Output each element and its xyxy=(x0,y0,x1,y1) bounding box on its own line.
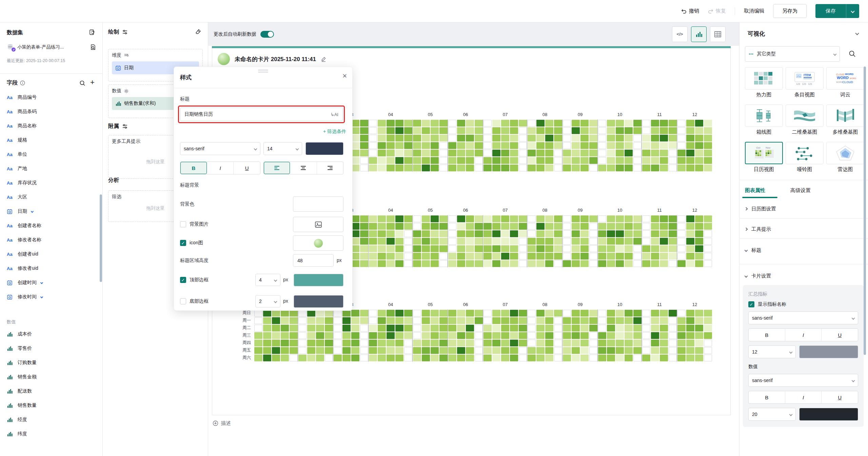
calendar-day-cell[interactable] xyxy=(360,245,368,252)
calendar-day-cell[interactable] xyxy=(272,310,280,317)
calendar-day-cell[interactable] xyxy=(660,325,668,331)
calendar-day-cell[interactable] xyxy=(316,355,324,361)
calendar-day-cell[interactable] xyxy=(413,340,421,346)
calendar-day-cell[interactable] xyxy=(686,355,694,361)
calendar-day-cell[interactable] xyxy=(387,120,395,127)
calendar-day-cell[interactable] xyxy=(536,245,545,252)
calendar-day-cell[interactable] xyxy=(360,347,368,354)
chevron-down-icon[interactable] xyxy=(40,296,43,298)
calendar-day-cell[interactable] xyxy=(651,127,659,134)
calendar-day-cell[interactable] xyxy=(395,223,403,230)
calendar-day-cell[interactable] xyxy=(395,340,403,346)
calendar-day-cell[interactable] xyxy=(528,223,536,230)
calendar-day-cell[interactable] xyxy=(528,238,536,245)
calendar-day-cell[interactable] xyxy=(642,355,650,361)
calendar-day-cell[interactable] xyxy=(254,355,262,361)
calendar-day-cell[interactable] xyxy=(598,310,606,317)
calendar-day-cell[interactable] xyxy=(501,347,509,354)
calendar-day-cell[interactable] xyxy=(298,340,307,346)
calendar-day-cell[interactable] xyxy=(519,253,527,260)
calendar-day-cell[interactable] xyxy=(651,245,659,252)
calendar-day-cell[interactable] xyxy=(704,347,712,354)
calendar-day-cell[interactable] xyxy=(466,245,474,252)
calendar-day-cell[interactable] xyxy=(272,325,280,331)
calendar-day-cell[interactable] xyxy=(642,142,650,149)
calendar-day-cell[interactable] xyxy=(572,355,580,361)
field-item[interactable]: 修改时间 xyxy=(0,290,103,304)
calendar-day-cell[interactable] xyxy=(387,325,395,331)
calendar-day-cell[interactable] xyxy=(272,332,280,339)
calendar-day-cell[interactable] xyxy=(422,317,430,324)
calendar-day-cell[interactable] xyxy=(633,260,642,267)
calendar-day-cell[interactable] xyxy=(554,317,562,324)
calendar-day-cell[interactable] xyxy=(536,120,545,127)
calendar-day-cell[interactable] xyxy=(616,260,624,267)
calendar-day-cell[interactable] xyxy=(572,127,580,134)
calendar-day-cell[interactable] xyxy=(563,260,571,267)
calendar-day-cell[interactable] xyxy=(475,135,483,141)
calendar-day-cell[interactable] xyxy=(484,325,492,331)
calendar-day-cell[interactable] xyxy=(475,260,483,267)
bg-color-swatch[interactable] xyxy=(293,196,343,212)
calendar-day-cell[interactable] xyxy=(387,340,395,346)
calendar-day-cell[interactable] xyxy=(536,157,545,164)
calendar-day-cell[interactable] xyxy=(281,340,289,346)
calendar-day-cell[interactable] xyxy=(607,230,615,237)
calendar-day-cell[interactable] xyxy=(580,127,589,134)
calendar-day-cell[interactable] xyxy=(598,150,606,156)
calendar-day-cell[interactable] xyxy=(378,157,386,164)
calendar-day-cell[interactable] xyxy=(307,325,315,331)
calendar-day-cell[interactable] xyxy=(439,142,448,149)
calendar-day-cell[interactable] xyxy=(528,215,536,222)
calendar-day-cell[interactable] xyxy=(528,230,536,237)
calendar-day-cell[interactable] xyxy=(677,127,686,134)
calendar-day-cell[interactable] xyxy=(580,142,589,149)
save-button[interactable]: 保存 xyxy=(815,4,859,18)
calendar-day-cell[interactable] xyxy=(325,310,333,317)
calendar-day-cell[interactable] xyxy=(545,245,553,252)
calendar-day-cell[interactable] xyxy=(589,127,597,134)
calendar-day-cell[interactable] xyxy=(457,347,465,354)
calendar-day-cell[interactable] xyxy=(545,238,553,245)
calendar-day-cell[interactable] xyxy=(439,215,448,222)
calendar-day-cell[interactable] xyxy=(598,355,606,361)
calendar-day-cell[interactable] xyxy=(457,165,465,171)
calendar-day-cell[interactable] xyxy=(563,165,571,171)
calendar-day-cell[interactable] xyxy=(589,165,597,171)
calendar-day-cell[interactable] xyxy=(422,310,430,317)
calendar-day-cell[interactable] xyxy=(528,355,536,361)
calendar-day-cell[interactable] xyxy=(298,325,307,331)
calendar-day-cell[interactable] xyxy=(572,325,580,331)
preview-dataset-icon[interactable] xyxy=(90,44,96,50)
save-dropdown-button[interactable] xyxy=(846,4,859,18)
calendar-day-cell[interactable] xyxy=(281,325,289,331)
calendar-day-cell[interactable] xyxy=(457,135,465,141)
calendar-day-cell[interactable] xyxy=(395,355,403,361)
calendar-day-cell[interactable] xyxy=(677,325,686,331)
calendar-day-cell[interactable] xyxy=(466,215,474,222)
calendar-day-cell[interactable] xyxy=(669,215,677,222)
calendar-day-cell[interactable] xyxy=(404,157,412,164)
calendar-day-cell[interactable] xyxy=(616,245,624,252)
italic-button[interactable]: I xyxy=(785,329,822,341)
calendar-day-cell[interactable] xyxy=(475,332,483,339)
calendar-day-cell[interactable] xyxy=(369,157,377,164)
section-title[interactable]: 标题 xyxy=(745,247,761,253)
calendar-day-cell[interactable] xyxy=(642,165,650,171)
calendar-day-cell[interactable] xyxy=(395,347,403,354)
calendar-day-cell[interactable] xyxy=(457,238,465,245)
calendar-day-cell[interactable] xyxy=(633,135,642,141)
calendar-day-cell[interactable] xyxy=(369,332,377,339)
calendar-day-cell[interactable] xyxy=(413,238,421,245)
calendar-day-cell[interactable] xyxy=(422,355,430,361)
calendar-day-cell[interactable] xyxy=(413,260,421,267)
sliders-icon[interactable] xyxy=(122,124,128,129)
calendar-day-cell[interactable] xyxy=(387,238,395,245)
calendar-day-cell[interactable] xyxy=(642,325,650,331)
calendar-day-cell[interactable] xyxy=(616,332,624,339)
calendar-day-cell[interactable] xyxy=(554,245,562,252)
calendar-day-cell[interactable] xyxy=(625,325,633,331)
calendar-day-cell[interactable] xyxy=(554,157,562,164)
calendar-day-cell[interactable] xyxy=(395,238,403,245)
calendar-day-cell[interactable] xyxy=(263,340,271,346)
